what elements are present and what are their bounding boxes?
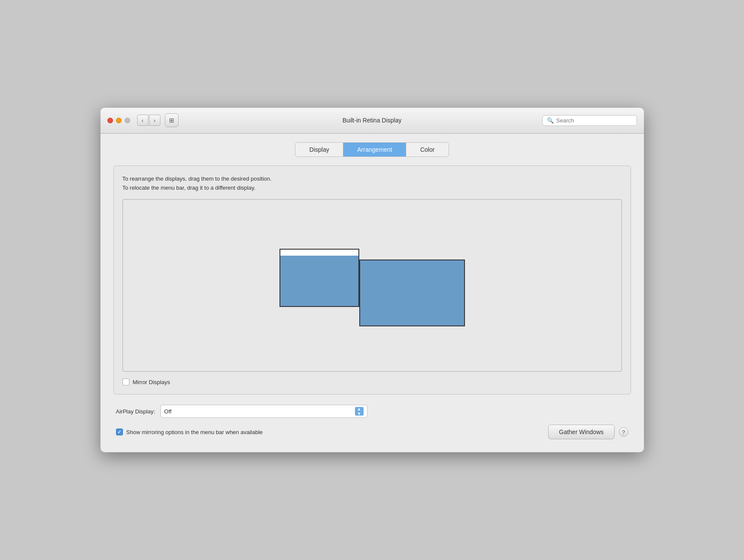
arrangement-panel: To rearrange the displays, drag them to … <box>113 166 631 395</box>
display-arrangement-area[interactable] <box>122 199 622 372</box>
grid-button[interactable]: ⊞ <box>165 113 179 127</box>
search-icon: 🔍 <box>547 117 554 124</box>
display-right[interactable] <box>359 260 465 326</box>
mirror-label: Mirror Displays <box>133 379 170 385</box>
show-mirroring-row: Show mirroring options in the menu bar w… <box>116 425 628 439</box>
main-window: ‹ › ⊞ Built-in Retina Display 🔍 Display … <box>100 108 644 453</box>
traffic-lights <box>107 118 130 123</box>
bottom-section: AirPlay Display: Off ▲ ▼ Show mirroring … <box>113 405 631 439</box>
minimize-button[interactable] <box>116 118 122 123</box>
show-mirroring-label: Show mirroring options in the menu bar w… <box>126 429 263 435</box>
search-box[interactable]: 🔍 <box>542 115 637 126</box>
display-left[interactable] <box>279 249 359 307</box>
nav-buttons: ‹ › <box>137 115 160 126</box>
content-area: Display Arrangement Color To rearrange t… <box>100 134 644 453</box>
displays-wrapper <box>279 249 465 322</box>
search-input[interactable] <box>556 117 632 124</box>
instruction-line2: To relocate the menu bar, drag it to a d… <box>122 184 622 193</box>
airplay-row: AirPlay Display: Off ▲ ▼ <box>116 405 628 418</box>
menubar-indicator <box>280 250 358 256</box>
right-buttons: Gather Windows ? <box>548 425 628 439</box>
instruction-text: To rearrange the displays, drag them to … <box>122 175 622 193</box>
airplay-dropdown[interactable]: Off ▲ ▼ <box>160 405 367 418</box>
mirror-row: Mirror Displays <box>122 379 622 385</box>
gather-windows-button[interactable]: Gather Windows <box>548 425 614 439</box>
window-title: Built-in Retina Display <box>342 117 402 124</box>
tabs-container: Display Arrangement Color <box>113 142 631 157</box>
help-button[interactable]: ? <box>619 427 628 437</box>
airplay-value: Off <box>164 408 172 415</box>
forward-button[interactable]: › <box>149 115 160 126</box>
dropdown-arrow-icon: ▲ ▼ <box>355 407 364 416</box>
maximize-button[interactable] <box>125 118 130 123</box>
show-mirroring-left: Show mirroring options in the menu bar w… <box>116 429 263 435</box>
tabs: Display Arrangement Color <box>295 142 449 157</box>
close-button[interactable] <box>107 118 113 123</box>
titlebar: ‹ › ⊞ Built-in Retina Display 🔍 <box>100 108 644 134</box>
instruction-line1: To rearrange the displays, drag them to … <box>122 175 622 184</box>
tab-display[interactable]: Display <box>295 143 343 156</box>
show-mirroring-checkbox[interactable] <box>116 429 123 435</box>
grid-icon: ⊞ <box>169 117 174 124</box>
tab-arrangement[interactable]: Arrangement <box>343 143 406 156</box>
back-button[interactable]: ‹ <box>137 115 148 126</box>
tab-color[interactable]: Color <box>406 143 448 156</box>
airplay-label: AirPlay Display: <box>116 408 155 415</box>
mirror-checkbox[interactable] <box>122 379 129 385</box>
